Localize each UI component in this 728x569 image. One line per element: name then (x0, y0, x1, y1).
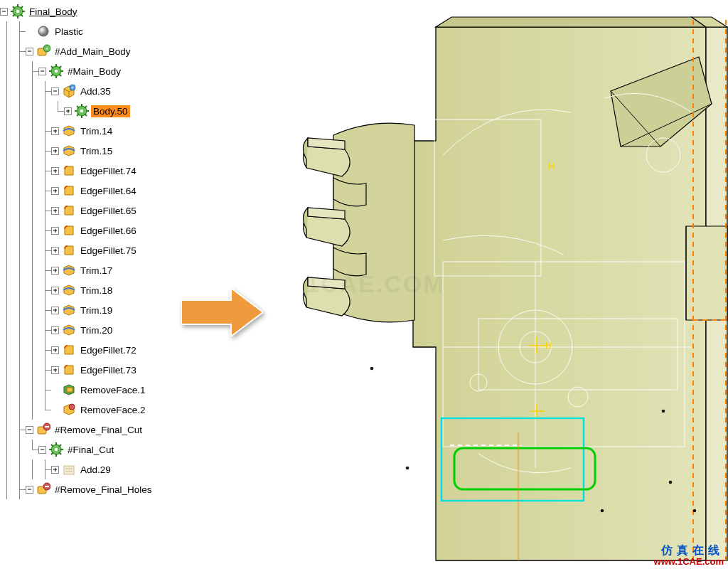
tree-node-label[interactable]: Add.35 (78, 85, 113, 97)
expand-icon[interactable] (51, 227, 59, 235)
tree-node-label[interactable]: EdgeFillet.72 (78, 344, 139, 356)
svg-line-23 (59, 66, 61, 68)
tree-node[interactable]: Trim.14 (0, 121, 181, 141)
tree-node[interactable]: EdgeFillet.73 (0, 360, 181, 380)
tree-node-label[interactable]: Trim.17 (78, 265, 114, 277)
tree-node-label[interactable]: #Remove_Final_Cut (53, 424, 144, 436)
svg-line-32 (77, 106, 79, 108)
tree-node[interactable]: +#Add_Main_Body (0, 41, 181, 61)
expand-icon[interactable] (51, 346, 59, 354)
svg-rect-51 (64, 466, 74, 474)
svg-line-33 (85, 114, 87, 116)
svg-text:+: + (46, 46, 49, 52)
tree-node-label[interactable]: #Final_Cut (65, 444, 116, 456)
tree-node-label[interactable]: #Remove_Final_Holes (53, 484, 154, 496)
tree-node-label[interactable]: EdgeFillet.74 (78, 165, 139, 177)
collapse-icon[interactable] (0, 8, 8, 16)
svg-text:H: H (545, 341, 552, 351)
expand-icon[interactable] (51, 147, 59, 155)
expand-icon[interactable] (51, 307, 59, 314)
svg-rect-36 (67, 388, 73, 392)
collapse-icon[interactable] (38, 68, 46, 75)
tree-node-label[interactable]: Trim.18 (78, 284, 114, 297)
tree-node[interactable]: Trim.19 (0, 300, 181, 320)
tree-node-label[interactable]: Trim.20 (78, 324, 114, 336)
tree-root-label[interactable]: Final_Body (27, 6, 80, 18)
tree-node-label[interactable]: EdgeFillet.66 (78, 225, 139, 237)
tree-node[interactable]: RemoveFace.1 (0, 380, 181, 400)
tree-node[interactable]: EdgeFillet.65 (0, 201, 181, 220)
expand-icon[interactable] (51, 287, 59, 294)
svg-rect-40 (45, 426, 49, 427)
watermark-corner: 仿真在线 www.1CAE.com (654, 544, 724, 568)
expand-icon[interactable] (51, 326, 59, 334)
fillet-icon (62, 363, 76, 377)
tree-node-label[interactable]: Trim.14 (78, 125, 114, 137)
tree-node-label[interactable]: RemoveFace.2 (78, 404, 148, 416)
tree-node-label[interactable]: Add.29 (78, 464, 113, 476)
tree-node-label[interactable]: EdgeFillet.75 (78, 245, 139, 257)
watermark-faint: 1CAE.COM (306, 270, 444, 298)
tree-node[interactable]: Trim.17 (0, 260, 181, 280)
gear-green-icon (75, 104, 89, 118)
remove-body-icon (36, 422, 50, 437)
tree-node-label[interactable]: EdgeFillet.65 (78, 205, 139, 217)
tree-node[interactable]: Body.50 (0, 101, 181, 121)
tree-node[interactable]: Trim.18 (0, 280, 181, 300)
collapse-icon[interactable] (26, 48, 33, 55)
tree-node[interactable]: EdgeFillet.66 (0, 220, 181, 240)
tree-node-label[interactable]: Plastic (53, 26, 85, 38)
body-top-face (436, 17, 706, 27)
tree-node-label[interactable]: EdgeFillet.73 (78, 364, 139, 376)
trim-icon (62, 124, 76, 138)
gear-green-icon (49, 64, 63, 78)
fillet-icon (62, 223, 76, 238)
expand-icon[interactable] (51, 187, 59, 195)
svg-line-9 (21, 6, 23, 9)
collapse-icon[interactable] (26, 426, 33, 434)
expand-icon[interactable] (51, 247, 59, 255)
tree-node[interactable]: Plastic (0, 21, 181, 41)
add-solid-icon: + (62, 84, 76, 98)
tree-node-label[interactable]: Trim.19 (78, 304, 114, 317)
collapse-icon[interactable] (26, 486, 33, 494)
tree-node[interactable]: EdgeFillet.72 (0, 340, 181, 360)
svg-text:H: H (548, 161, 555, 171)
svg-point-76 (370, 367, 374, 371)
tree-node-label[interactable]: #Main_Body (65, 65, 123, 78)
tree-root[interactable]: Final_Body (0, 1, 181, 21)
collapse-icon[interactable] (51, 87, 59, 95)
expand-icon[interactable] (51, 207, 59, 215)
tree-node-label[interactable]: Body.50 (91, 105, 130, 117)
expand-icon[interactable] (51, 366, 59, 374)
expand-icon[interactable] (64, 107, 72, 115)
tree-node[interactable]: Trim.15 (0, 141, 181, 161)
tree-node[interactable]: #Final_Cut (0, 440, 181, 459)
tree-node[interactable]: #Remove_Final_Holes (0, 479, 181, 499)
tree-node-label[interactable]: Trim.15 (78, 145, 114, 157)
svg-point-37 (69, 404, 75, 410)
svg-point-42 (55, 448, 58, 451)
tree-node[interactable]: +Add.35 (0, 81, 181, 101)
tree-node[interactable]: Trim.20 (0, 320, 181, 340)
tree-node[interactable]: EdgeFillet.75 (0, 240, 181, 260)
remove-body-icon (36, 482, 50, 496)
expand-icon[interactable] (51, 466, 59, 474)
expand-icon[interactable] (51, 267, 59, 275)
tree-node[interactable]: #Remove_Final_Cut (0, 420, 181, 440)
feature-tree[interactable]: Final_Body Plastic+#Add_Main_Body#Main_B… (0, 0, 181, 569)
tree-node[interactable]: Add.29 (0, 459, 181, 479)
collapse-icon[interactable] (38, 446, 46, 454)
svg-line-48 (59, 452, 61, 454)
watermark-en: www.1CAE.com (654, 557, 724, 568)
tree-node[interactable]: RemoveFace.2 (0, 400, 181, 420)
tree-node-label[interactable]: #Add_Main_Body (53, 46, 133, 58)
tree-node[interactable]: EdgeFillet.74 (0, 161, 181, 181)
expand-icon[interactable] (51, 127, 59, 135)
expand-icon[interactable] (51, 167, 59, 175)
tree-node[interactable]: #Main_Body (0, 61, 181, 81)
tree-node-label[interactable]: EdgeFillet.64 (78, 185, 139, 197)
tree-node-label[interactable]: RemoveFace.1 (78, 384, 148, 396)
tree-node[interactable]: EdgeFillet.64 (0, 181, 181, 201)
svg-point-10 (38, 26, 48, 36)
